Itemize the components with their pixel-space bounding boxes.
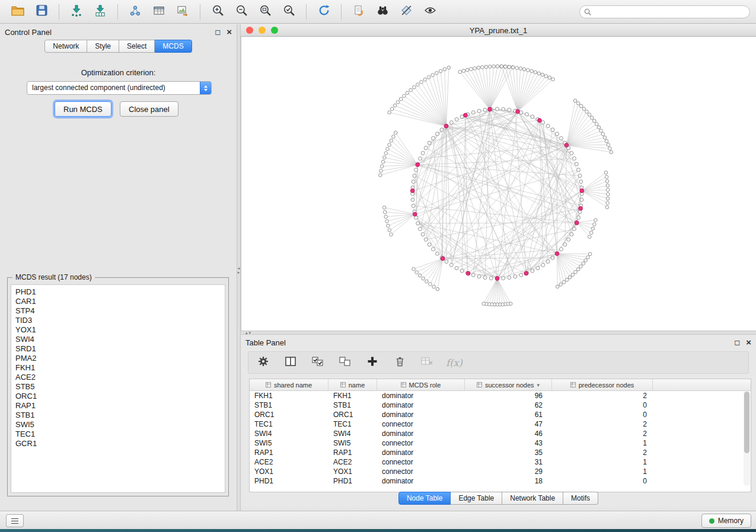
close-table-panel-icon[interactable]: × (746, 339, 751, 346)
graphics-details-icon (400, 4, 413, 19)
save-button[interactable] (30, 3, 53, 21)
table-cell: 2 (552, 420, 653, 428)
mcds-result-item[interactable]: ORC1 (15, 392, 221, 401)
mcds-result-box: MCDS result (17 nodes) PHD1CAR1STP4TID3Y… (7, 277, 229, 496)
horizontal-splitter[interactable]: ▴▾ (241, 331, 756, 335)
table-scrollbar[interactable] (744, 391, 750, 486)
mcds-result-item[interactable]: ACE2 (15, 373, 221, 382)
table-row[interactable]: ACE2ACE2connector311 (250, 457, 751, 467)
table-cell: TEC1 (250, 420, 328, 428)
table-cell: 96 (465, 392, 552, 400)
open-folder-button[interactable] (6, 3, 30, 21)
tab-mcds[interactable]: MCDS (155, 40, 192, 53)
graphics-details-button[interactable] (394, 3, 418, 21)
tab-style[interactable]: Style (87, 40, 119, 53)
mcds-result-item[interactable]: STP4 (15, 306, 221, 316)
mcds-result-list[interactable]: PHD1CAR1STP4TID3YOX1SWI4SRD1PMA2FKH1ACE2… (11, 284, 225, 493)
tab-select[interactable]: Select (119, 40, 155, 53)
share-document-button[interactable] (347, 3, 371, 21)
table-row[interactable]: YOX1YOX1connector291 (250, 467, 751, 476)
mcds-result-item[interactable]: GCR1 (15, 439, 221, 448)
mcds-result-item[interactable]: PMA2 (15, 354, 221, 363)
mcds-result-item[interactable]: STB5 (15, 382, 221, 392)
table-row[interactable]: FKH1FKH1dominator962 (250, 391, 751, 400)
table-cell: 29 (465, 467, 552, 476)
import-network-icon (71, 5, 82, 19)
table-cell: ORC1 (328, 411, 377, 419)
network-table-button[interactable] (147, 3, 171, 21)
zoom-fit-button[interactable] (253, 3, 277, 21)
column-header-MCDS-role[interactable]: MCDS role (377, 379, 465, 390)
table-row[interactable]: SWI4SWI4dominator462 (250, 429, 751, 438)
tab-motifs[interactable]: Motifs (563, 492, 598, 505)
clone-network-button[interactable] (123, 3, 147, 21)
tab-network[interactable]: Network (44, 40, 87, 53)
table-row[interactable]: ORC1ORC1dominator610 (250, 410, 751, 419)
add-column-button[interactable] (365, 355, 380, 370)
column-header-name[interactable]: name (328, 379, 377, 390)
mcds-result-item[interactable]: TID3 (15, 316, 221, 325)
sort-grid-icon (477, 382, 482, 387)
import-network-button[interactable] (65, 3, 88, 21)
column-header-predecessor-nodes[interactable]: predecessor nodes (552, 379, 653, 390)
network-canvas[interactable] (241, 37, 756, 331)
network-window-titlebar[interactable]: YPA_prune.txt_1 (241, 24, 756, 37)
delete-column-button[interactable] (392, 355, 407, 370)
memory-status-dot (709, 518, 714, 524)
mcds-result-item[interactable]: SWI4 (15, 335, 221, 344)
close-panel-icon[interactable]: × (227, 28, 232, 36)
status-list-button[interactable] (6, 514, 24, 527)
tab-edge-table[interactable]: Edge Table (451, 492, 502, 505)
mcds-result-item[interactable]: TEC1 (15, 430, 221, 439)
mcds-result-item[interactable]: RAP1 (15, 401, 221, 411)
zoom-selected-button[interactable] (277, 3, 301, 21)
import-table-button[interactable] (88, 3, 112, 21)
search-input[interactable] (579, 5, 750, 18)
tab-network-table[interactable]: Network Table (502, 492, 563, 505)
vertical-splitter[interactable]: ◂▸ (237, 24, 241, 511)
table-row[interactable]: RAP1RAP1dominator352 (250, 448, 751, 457)
mcds-result-item[interactable]: YOX1 (15, 325, 221, 335)
toolbar-separator (341, 4, 342, 20)
select-all-button[interactable] (310, 355, 326, 370)
binoculars-search-button[interactable] (371, 3, 394, 21)
deselect-all-button[interactable] (337, 355, 353, 370)
mcds-result-item[interactable]: SWI5 (15, 420, 221, 430)
table-settings-button[interactable] (256, 355, 271, 370)
mcds-result-item[interactable]: PHD1 (15, 287, 221, 297)
mcds-result-item[interactable]: STB1 (15, 411, 221, 420)
chevron-down-icon[interactable]: ▾ (537, 382, 540, 388)
show-columns-button[interactable] (283, 355, 298, 370)
zoom-in-button[interactable] (206, 3, 229, 21)
toolbar-separator (117, 4, 118, 20)
float-panel-icon[interactable]: ◻ (215, 28, 221, 36)
mcds-result-item[interactable]: FKH1 (15, 363, 221, 373)
save-icon (36, 5, 47, 18)
memory-button[interactable]: Memory (701, 514, 751, 528)
mcds-result-item[interactable]: SRD1 (15, 344, 221, 354)
table-row[interactable]: SWI5SWI5connector431 (250, 438, 751, 448)
export-image-button[interactable] (171, 3, 194, 21)
table-scrollbar-thumb[interactable] (744, 392, 749, 453)
network-graph[interactable] (241, 37, 756, 331)
mcds-result-item[interactable]: CAR1 (15, 297, 221, 306)
close-panel-button[interactable]: Close panel (120, 101, 178, 117)
run-mcds-button[interactable]: Run MCDS (55, 101, 111, 117)
tab-node-table[interactable]: Node Table (398, 492, 451, 505)
table-cell: FKH1 (250, 392, 328, 400)
optimization-dropdown[interactable]: largest connected component (undirected) (27, 81, 212, 95)
column-header-shared-name[interactable]: shared name (250, 379, 328, 390)
table-row[interactable]: TEC1TEC1connector472 (250, 419, 751, 429)
table-row[interactable]: PHD1PHD1dominator180 (250, 476, 751, 486)
zoom-out-button[interactable] (229, 3, 253, 21)
collapse-left-icon[interactable]: ◂ (238, 266, 240, 270)
column-header-successor-nodes[interactable]: successor nodes▾ (465, 379, 552, 390)
table-cell: YOX1 (328, 467, 377, 476)
show-hide-button[interactable] (418, 3, 442, 21)
table-row[interactable]: STB1STB1dominator620 (250, 400, 751, 410)
refresh-layout-button[interactable] (312, 3, 336, 21)
collapse-right-icon[interactable]: ▸ (238, 270, 240, 274)
table-cell: YOX1 (250, 467, 328, 476)
float-table-panel-icon[interactable]: ◻ (734, 339, 740, 346)
table-cell: dominator (377, 411, 465, 419)
